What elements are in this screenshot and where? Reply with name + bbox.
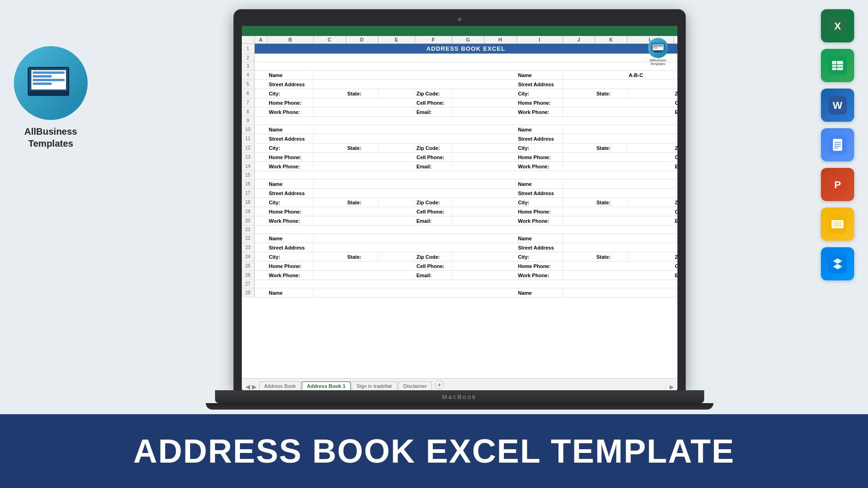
row-21: 21	[242, 226, 677, 234]
row-num-1: 1	[242, 44, 255, 54]
col-e: E	[378, 36, 415, 43]
svg-rect-24	[653, 44, 663, 46]
svg-text:P: P	[834, 179, 841, 190]
row-6: 6 City: State: Zip Code: City: State:	[242, 89, 677, 98]
row-20: 20 Work Phone: Email: Work Phone: E	[242, 216, 677, 226]
google-slides-icon[interactable]	[821, 208, 854, 241]
col-a: A	[255, 36, 268, 43]
svg-rect-26	[653, 48, 658, 48]
svg-rect-3	[832, 61, 843, 70]
laptop-screen: AllBusinessTemplates A B C D E F G H I J…	[242, 26, 677, 390]
row-24: 24 City: State: Zip Code: City: State:	[242, 252, 677, 262]
tab-sign-in-tradefair[interactable]: Sign in tradefair	[352, 381, 397, 390]
row-8: 8 Work Phone: Email: Work Phone: Em	[242, 107, 677, 117]
col-k: K	[595, 36, 628, 43]
row-27: 27	[242, 280, 677, 288]
row-28: 28 Name Name	[242, 288, 677, 298]
tab-overflow-icon: ⋮	[663, 385, 668, 390]
brand-logo-circle	[14, 46, 88, 120]
spreadsheet-wrapper: AllBusinessTemplates A B C D E F G H I J…	[242, 36, 677, 390]
excel-header-bar	[242, 26, 677, 36]
col-j: J	[563, 36, 595, 43]
tab-disclaimer[interactable]: Disclaimer	[398, 381, 432, 390]
svg-rect-10	[833, 139, 842, 151]
row-19: 19 Home Phone: Cell Phone: Home Phone:	[242, 207, 677, 216]
row-16: 16 Name Name	[242, 179, 677, 189]
row-25: 25 Home Phone: Cell Phone: Home Phone:	[242, 262, 677, 271]
laptop-outer: AllBusinessTemplates A B C D E F G H I J…	[233, 9, 686, 390]
allbiz-spreadsheet-logo: AllBusinessTemplates	[648, 38, 668, 66]
row-10: 10 Name Name	[242, 125, 677, 134]
powerpoint-icon[interactable]: P	[821, 168, 854, 201]
docs-icon[interactable]	[821, 128, 854, 161]
row-1: 1 ADDRESS BOOK EXCEL	[242, 44, 677, 54]
dropbox-icon[interactable]	[821, 247, 854, 280]
col-m: M	[674, 36, 677, 43]
row-4: 4 Name Name A-B-C	[242, 71, 677, 80]
banner-text: ADDRESS BOOK EXCEL TEMPLATE	[133, 432, 735, 470]
laptop-container: AllBusinessTemplates A B C D E F G H I J…	[111, 9, 808, 410]
row-9: 9	[242, 117, 677, 125]
col-h: H	[485, 36, 517, 43]
svg-rect-28	[654, 51, 662, 53]
row-26: 26 Work Phone: Email: Work Phone: E	[242, 271, 677, 280]
row-7: 7 Home Phone: Cell Phone: Home Phone:	[242, 98, 677, 107]
tab-next-icon[interactable]: ▶	[252, 383, 257, 390]
svg-rect-20	[828, 255, 847, 273]
corner-cell	[242, 36, 255, 43]
rows-container: 1 ADDRESS BOOK EXCEL 2 3	[242, 44, 677, 378]
excel-icon[interactable]: X	[821, 9, 854, 42]
col-b: B	[268, 36, 314, 43]
row-18: 18 City: State: Zip Code: City: State:	[242, 198, 677, 207]
row-17: 17 Street Address Street Address	[242, 189, 677, 198]
add-tab-button[interactable]: +	[435, 380, 444, 389]
row-14: 14 Work Phone: Email: Work Phone: E	[242, 162, 677, 171]
svg-rect-19	[833, 221, 842, 227]
col-c: C	[314, 36, 346, 43]
row-12: 12 City: State: Zip Code: City: State:	[242, 143, 677, 153]
col-g: G	[452, 36, 485, 43]
row-2: 2	[242, 54, 677, 62]
tab-prev-icon[interactable]: ◀	[245, 383, 250, 390]
laptop-bottom-bar: MacBook	[215, 390, 704, 403]
left-logo-area: AllBusiness Templates	[14, 46, 88, 149]
tab-address-book[interactable]: Address Book	[259, 381, 301, 390]
title-cell: ADDRESS BOOK EXCEL	[255, 44, 677, 54]
row-23: 23 Street Address Street Address	[242, 243, 677, 252]
col-i: I	[517, 36, 563, 43]
laptop-foot	[206, 403, 713, 410]
right-app-icons: X W P	[821, 9, 854, 280]
tab-bar: ◀ ▶ Address Book Address Book 1 Sign in …	[242, 378, 677, 390]
row-15: 15	[242, 171, 677, 179]
laptop-icon	[28, 67, 74, 99]
svg-text:X: X	[834, 20, 841, 32]
row-11: 11 Street Address Street Address	[242, 134, 677, 143]
col-f: F	[415, 36, 452, 43]
col-d: D	[346, 36, 378, 43]
row-13: 13 Home Phone: Cell Phone: Home Phone:	[242, 153, 677, 162]
svg-rect-27	[658, 46, 663, 47]
row-3: 3	[242, 62, 677, 71]
laptop-camera	[458, 18, 461, 21]
sheets-icon[interactable]	[821, 49, 854, 82]
word-icon[interactable]: W	[821, 89, 854, 122]
tab-address-book-1[interactable]: Address Book 1	[302, 381, 351, 390]
tab-bar-controls: ⋮ ▶	[663, 384, 674, 390]
svg-text:W: W	[833, 100, 843, 111]
row-5: 5 Street Address Street Address	[242, 80, 677, 89]
row-22: 22 Name Name	[242, 234, 677, 243]
brand-name: AllBusiness Templates	[24, 125, 77, 149]
tab-scroll-right-icon[interactable]: ▶	[670, 384, 674, 390]
bottom-banner: ADDRESS BOOK EXCEL TEMPLATE	[0, 414, 868, 488]
svg-rect-25	[653, 46, 658, 47]
